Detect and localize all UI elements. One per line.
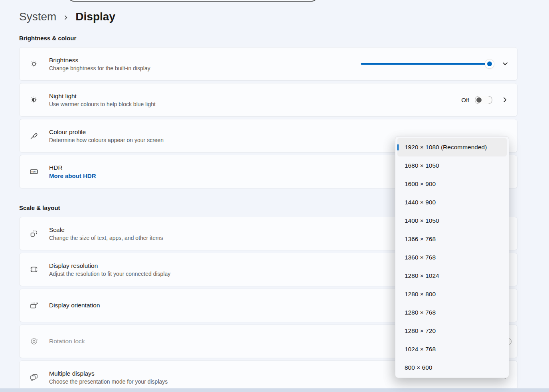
resolution-option-label: 1280 × 768	[405, 309, 436, 316]
chevron-right-icon[interactable]	[501, 96, 509, 104]
eyedropper-icon	[29, 131, 39, 141]
resolution-option-label: 1366 × 768	[405, 236, 436, 243]
night-light-sun-icon	[29, 95, 39, 105]
resolution-option[interactable]: 1366 × 768	[397, 230, 507, 248]
window-bottom-edge	[0, 388, 549, 392]
sun-icon	[29, 59, 39, 69]
resolution-option-label: 1440 × 900	[405, 199, 436, 206]
toggle-state-label: Off	[461, 97, 469, 103]
svg-text:HDR: HDR	[32, 170, 36, 173]
card-title: Night light	[49, 93, 461, 100]
resolution-option-label: 1360 × 768	[405, 254, 436, 261]
resolution-option[interactable]: 1600 × 900	[397, 175, 507, 193]
resolution-option[interactable]: 1920 × 1080 (Recommended)	[397, 138, 507, 156]
hdr-badge-icon: HDR	[29, 167, 39, 176]
rotate-screen-icon	[29, 301, 39, 310]
resolution-option[interactable]: 1024 × 768	[397, 340, 507, 358]
resolution-option[interactable]: 1280 × 720	[397, 322, 507, 340]
brightness-card[interactable]: Brightness Change brightness for the bui…	[19, 47, 517, 81]
card-subtitle: Use warmer colours to help block blue li…	[49, 101, 461, 107]
brightness-slider-track[interactable]	[361, 63, 492, 65]
section-brightness-colour: Brightness & colour	[19, 35, 517, 42]
rotation-lock-icon	[29, 337, 39, 346]
chevron-right-separator-icon	[63, 14, 69, 21]
card-subtitle: Change brightness for the built-in displ…	[49, 65, 361, 71]
resolution-option[interactable]: 1280 × 1024	[397, 267, 507, 285]
scale-resize-icon	[29, 229, 39, 238]
resolution-brackets-icon	[29, 265, 39, 274]
night-light-card[interactable]: Night light Use warmer colours to help b…	[19, 83, 517, 117]
card-title: Colour profile	[49, 129, 509, 136]
resolution-option[interactable]: 1280 × 768	[397, 303, 507, 322]
resolution-option-label: 1600 × 900	[405, 180, 436, 188]
resolution-option-label: 1920 × 1080 (Recommended)	[405, 144, 487, 151]
night-light-toggle[interactable]	[475, 96, 492, 104]
card-subtitle: Choose the presentation mode for your di…	[49, 378, 498, 385]
resolution-option-label: 1280 × 800	[405, 291, 436, 298]
resolution-option-label: 1280 × 720	[405, 327, 436, 335]
resolution-option[interactable]: 800 × 600	[397, 358, 507, 377]
breadcrumb: System Display	[19, 10, 517, 23]
resolution-option[interactable]: 1280 × 800	[397, 285, 507, 303]
card-title: Brightness	[49, 57, 361, 64]
resolution-dropdown-menu: 1920 × 1080 (Recommended)1680 × 10501600…	[395, 136, 509, 378]
resolution-option-label: 1280 × 1024	[405, 272, 439, 279]
resolution-option[interactable]: 1680 × 1050	[397, 156, 507, 175]
chevron-down-icon[interactable]	[501, 60, 509, 68]
resolution-option-label: 1024 × 768	[405, 346, 436, 353]
page-title: Display	[75, 10, 115, 23]
resolution-option-label: 1680 × 1050	[405, 162, 439, 169]
brightness-slider-thumb[interactable]	[485, 59, 494, 68]
brightness-slider[interactable]	[361, 59, 492, 69]
resolution-option[interactable]: 1360 × 768	[397, 248, 507, 267]
selected-indicator-pill	[397, 144, 399, 150]
resolution-option-label: 800 × 600	[405, 364, 432, 371]
resolution-option[interactable]: 1400 × 1050	[397, 212, 507, 230]
breadcrumb-system[interactable]: System	[19, 10, 56, 23]
resolution-option-label: 1400 × 1050	[405, 217, 439, 224]
resolution-option[interactable]: 1440 × 900	[397, 193, 507, 212]
dual-monitor-icon	[29, 372, 39, 382]
